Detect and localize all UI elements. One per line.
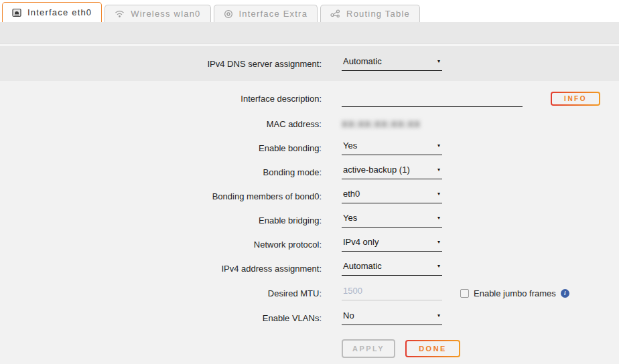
chevron-down-icon: ▾ <box>437 191 440 197</box>
wifi-icon <box>115 9 125 18</box>
select-value: Yes <box>343 141 357 151</box>
interface-description-input[interactable] <box>342 90 523 107</box>
mtu-value: 1500 <box>343 286 362 296</box>
select-value: No <box>343 310 354 321</box>
jumbo-frames-label: Enable jumbo frames <box>474 288 556 298</box>
form-row-bonding-mode: Bonding mode: active-backup (1) ▾ <box>0 160 619 184</box>
select-value: Automatic <box>343 56 382 66</box>
tab-wireless-wlan0[interactable]: Wireless wlan0 <box>105 5 210 22</box>
tab-interface-eth0[interactable]: Interface eth0 <box>2 2 102 22</box>
chevron-down-icon: ▾ <box>437 167 440 173</box>
share-nodes-icon <box>330 9 340 18</box>
enable-vlans-select[interactable]: No ▾ <box>342 310 442 325</box>
field-label: Network protocol: <box>0 240 322 250</box>
select-value: eth0 <box>343 189 360 199</box>
apply-button[interactable]: APPLY <box>342 339 395 358</box>
info-button[interactable]: INFO <box>551 92 600 106</box>
form-row-bonding-members: Bonding members of bond0: eth0 ▾ <box>0 184 619 208</box>
form-row-mtu: Desired MTU: 1500 Enable jumbo frames i <box>0 280 619 306</box>
select-value: IPv4 only <box>343 237 379 247</box>
info-circle-icon[interactable]: i <box>561 289 569 298</box>
field-label: IPv4 address assignment: <box>0 264 322 274</box>
field-label: Enable bridging: <box>0 215 322 225</box>
form-row-bonding: Enable bonding: Yes ▾ <box>0 136 619 160</box>
chevron-down-icon: ▾ <box>437 239 440 245</box>
ipv4-dns-assignment-select[interactable]: Automatic ▾ <box>342 56 442 71</box>
mac-address-value-redacted: XX:XX:XX:XX:XX <box>342 119 421 129</box>
form-row-ipv4-assignment: IPv4 address assignment: Automatic ▾ <box>0 256 619 280</box>
action-buttons: APPLY DONE <box>342 339 619 358</box>
tab-routing-table[interactable]: Routing Table <box>320 5 420 22</box>
form-row-description: Interface description: INFO <box>0 85 619 112</box>
form-row-network-protocol: Network protocol: IPv4 only ▾ <box>0 232 619 256</box>
enable-bonding-select[interactable]: Yes ▾ <box>342 141 442 155</box>
jumbo-frames-group: Enable jumbo frames i <box>460 288 569 298</box>
field-label: Interface description: <box>0 94 322 104</box>
chevron-down-icon: ▾ <box>437 215 440 221</box>
field-label: Bonding mode: <box>0 167 322 177</box>
dns-section: IPv4 DNS server assignment: Automatic ▾ <box>0 46 619 81</box>
chevron-down-icon: ▾ <box>437 58 440 64</box>
tab-bar: Interface eth0 Wireless wlan0 Interface … <box>0 0 619 22</box>
select-value: Automatic <box>343 261 382 271</box>
field-label: IPv4 DNS server assignment: <box>0 59 322 69</box>
tab-label: Interface Extra <box>239 9 308 19</box>
tab-label: Interface eth0 <box>27 7 92 17</box>
record-circle-icon <box>224 9 233 19</box>
network-config-window: Interface eth0 Wireless wlan0 Interface … <box>0 0 619 364</box>
ipv4-address-assignment-select[interactable]: Automatic ▾ <box>342 261 442 276</box>
tab-label: Wireless wlan0 <box>131 9 200 19</box>
field-label: Enable bonding: <box>0 143 322 153</box>
select-value: Yes <box>343 213 357 223</box>
chevron-down-icon: ▾ <box>437 263 440 269</box>
section-spacer-band <box>0 22 619 43</box>
chevron-down-icon: ▾ <box>437 312 440 318</box>
tab-label: Routing Table <box>346 9 410 19</box>
ethernet-port-icon <box>12 8 21 17</box>
form-row-dns: IPv4 DNS server assignment: Automatic ▾ <box>0 52 619 76</box>
interface-form: Interface description: INFO MAC address:… <box>0 81 619 364</box>
field-label: Bonding members of bond0: <box>0 191 322 201</box>
bonding-members-select[interactable]: eth0 ▾ <box>342 189 442 203</box>
field-label: Desired MTU: <box>0 288 322 298</box>
done-button[interactable]: DONE <box>405 340 460 357</box>
tab-interface-extra[interactable]: Interface Extra <box>214 5 318 22</box>
chevron-down-icon: ▾ <box>437 143 440 149</box>
bonding-mode-select[interactable]: active-backup (1) ▾ <box>342 165 442 179</box>
enable-bridging-select[interactable]: Yes ▾ <box>342 213 442 227</box>
select-value: active-backup (1) <box>343 165 410 175</box>
desired-mtu-input-disabled[interactable]: 1500 <box>342 286 442 300</box>
form-row-vlans: Enable VLANs: No ▾ <box>0 306 619 330</box>
form-row-mac: MAC address: XX:XX:XX:XX:XX <box>0 112 619 136</box>
field-label: Enable VLANs: <box>0 313 322 323</box>
form-row-bridging: Enable bridging: Yes ▾ <box>0 208 619 232</box>
field-label: MAC address: <box>0 119 322 129</box>
network-protocol-select[interactable]: IPv4 only ▾ <box>342 237 442 252</box>
enable-jumbo-frames-checkbox[interactable] <box>460 289 469 298</box>
